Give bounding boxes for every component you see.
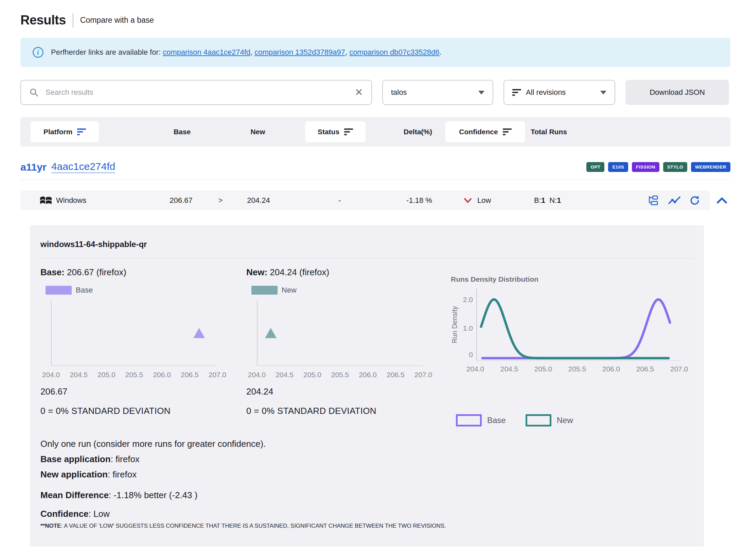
density-y-axis-ticks: 2.0 1.0 0 — [459, 289, 476, 361]
graph-icon[interactable] — [668, 195, 681, 206]
density-legend-new: New — [526, 414, 573, 426]
axis-tick-label: 206.0 — [602, 365, 620, 373]
confidence-filter-button[interactable]: Confidence — [445, 121, 525, 142]
axis-tick-label: 205.5 — [568, 365, 586, 373]
confidence-cell: Low — [464, 196, 491, 205]
windows-logo-icon — [40, 195, 52, 206]
axis-tick-label: 207.0 — [670, 365, 688, 373]
density-plot-area — [476, 289, 680, 361]
base-chart-x-axis: 204.0204.5205.0205.5206.0206.5207.0 — [51, 371, 217, 381]
delta-column-header: Delta(%) — [404, 128, 432, 136]
suite-revision-link[interactable]: 4aac1ce274fd — [51, 161, 116, 173]
retrigger-icon[interactable] — [689, 195, 701, 206]
page-title: Results — [20, 13, 66, 28]
axis-tick-label: 204.5 — [500, 365, 518, 373]
confidence-note: **NOTE: A VALUE OF 'LOW' SUGGESTS LESS C… — [40, 523, 693, 529]
comparison-sign: > — [218, 196, 223, 205]
tag-opt: OPT — [586, 162, 604, 172]
detail-panel: windows11-64-shippable-qr Base: 206.67 (… — [30, 225, 704, 546]
comparison-link-3[interactable]: comparison db07c33528d6 — [349, 48, 439, 56]
clear-search-icon[interactable]: ✕ — [355, 87, 363, 98]
info-icon: i — [33, 47, 43, 58]
density-chart-title: Runs Density Distribution — [451, 275, 693, 283]
axis-tick-label: 204.0 — [42, 371, 60, 379]
platform-header-label: Platform — [43, 128, 72, 136]
search-input[interactable] — [46, 88, 355, 97]
new-distribution-block: New: 204.24 (firefox) New 204.0204.5205.… — [246, 267, 430, 426]
comparison-link-2[interactable]: comparison 1352d3789a97 — [254, 48, 345, 56]
base-legend-swatch — [46, 286, 72, 295]
mean-difference-line: Mean Difference: -1.18% better (-2.43 ) — [40, 490, 693, 501]
density-new-swatch — [526, 414, 551, 426]
regression-direction-down-icon — [464, 198, 472, 203]
base-run-marker — [193, 328, 205, 338]
axis-tick-label: 205.0 — [303, 371, 321, 379]
total-runs-column-header: Total Runs — [531, 128, 567, 136]
confidence-line: Confidence: Low — [40, 509, 693, 519]
base-column-header: Base — [174, 128, 191, 136]
page-subtitle: Compare with a base — [80, 16, 154, 25]
new-application-line: New application: firefox — [40, 469, 693, 480]
new-legend-swatch — [251, 286, 278, 295]
base-runs-chart — [51, 301, 217, 366]
density-curves — [477, 289, 681, 361]
density-base-swatch — [456, 414, 482, 426]
platform-name: Windows — [56, 196, 86, 205]
download-json-button[interactable]: Download JSON — [625, 80, 729, 105]
axis-tick-label: 206.0 — [153, 371, 171, 379]
search-box[interactable]: ✕ — [20, 80, 372, 105]
platform-cell: Windows — [40, 195, 86, 206]
axis-tick-label: 206.5 — [181, 371, 199, 379]
revisions-select-value: All revisions — [526, 88, 566, 97]
subtests-icon[interactable] — [648, 195, 660, 206]
base-distribution-block: Base: 206.67 (firefox) Base 204.0204.520… — [40, 267, 224, 426]
new-column-header: New — [250, 128, 265, 136]
axis-tick-label: 206.5 — [636, 365, 654, 373]
confidence-value: Low — [477, 196, 491, 205]
suite-divider — [20, 179, 730, 180]
comparison-link-1[interactable]: comparison 4aac1ce274fd — [163, 48, 250, 56]
density-y-axis-label: Run Density — [451, 289, 459, 361]
status-value: - — [338, 196, 341, 205]
new-chart-legend: New — [251, 286, 430, 295]
suite-row: a11yr 4aac1ce274fd OPTE10SFISSIONSTYLOWE… — [20, 161, 730, 173]
new-run-marker — [265, 328, 277, 338]
perfherder-links-banner: i Perfherder links are available for: co… — [20, 38, 730, 67]
axis-tick-label: 206.5 — [387, 371, 405, 379]
base-value: 206.67 — [170, 196, 192, 205]
confidence-filter-icon — [503, 128, 512, 135]
axis-tick-label: 204.5 — [70, 371, 88, 379]
revisions-select[interactable]: All revisions — [503, 80, 615, 105]
base-chart-legend: Base — [46, 286, 224, 295]
title-divider — [73, 13, 73, 28]
framework-select-value: talos — [391, 88, 407, 97]
confidence-header-label: Confidence — [459, 128, 498, 136]
new-value: 204.24 — [247, 196, 270, 205]
banner-prefix: Perfherder links are available for: — [51, 48, 163, 56]
detail-title: windows11-64-shippable-qr — [40, 240, 693, 249]
tag-e10s: E10S — [608, 162, 628, 172]
density-x-axis: 204.0204.5205.0205.5206.0206.5207.0 — [468, 365, 693, 375]
axis-tick-label: 204.0 — [248, 371, 266, 379]
base-run-value: 206.67 — [40, 386, 224, 397]
row-action-icons — [648, 195, 701, 206]
framework-select[interactable]: talos — [382, 80, 493, 105]
collapse-row-button[interactable] — [716, 196, 728, 205]
chevron-down-icon — [600, 91, 606, 94]
platform-filter-icon — [77, 128, 86, 135]
status-filter-button[interactable]: Status — [305, 121, 366, 142]
density-legend-base: Base — [456, 414, 506, 426]
new-chart-x-axis: 204.0204.5205.0205.5206.0206.5207.0 — [257, 371, 423, 381]
base-summary: Base: 206.67 (firefox) — [40, 267, 224, 278]
detail-divider — [40, 258, 693, 258]
results-table-header: Platform Base New Status Delta(%) Confid… — [20, 117, 730, 146]
axis-tick-label: 207.0 — [209, 371, 227, 379]
axis-tick-label: 205.0 — [98, 371, 116, 379]
platform-filter-button[interactable]: Platform — [31, 121, 99, 142]
status-filter-icon — [344, 128, 353, 135]
new-run-value: 204.24 — [246, 386, 430, 397]
filter-icon — [512, 89, 521, 96]
axis-tick-label: 205.5 — [331, 371, 349, 379]
axis-tick-label: 205.0 — [534, 365, 552, 373]
base-stddev-label: 0 = 0% STANDARD DEVIATION — [40, 406, 224, 416]
